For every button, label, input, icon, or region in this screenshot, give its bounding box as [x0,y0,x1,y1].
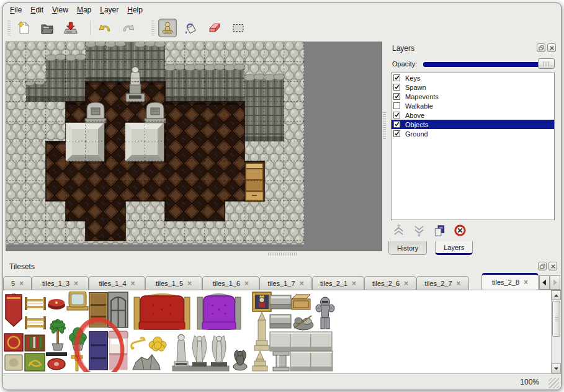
tile-loom[interactable] [25,297,46,310]
select-rect-tool-button[interactable] [229,19,248,37]
close-tab-icon[interactable]: × [352,280,356,287]
scroll-tabs-right-button[interactable] [550,275,560,290]
menu-view[interactable]: View [50,4,75,16]
layer-row-above[interactable]: Above [392,110,554,120]
menu-file[interactable]: File [8,4,29,16]
tile-armor-pile[interactable] [293,316,313,330]
undo-button[interactable] [96,19,114,37]
tile-armor-suit[interactable] [316,297,334,329]
tileset-tab-5[interactable]: 5 × [3,276,32,290]
tileset-scrollbar[interactable] [551,290,561,373]
open-map-button[interactable] [38,19,56,37]
tileset-tab-tiles_2_1[interactable]: tiles_2_1 × [312,276,364,290]
layer-visibility-checkbox[interactable] [393,93,400,100]
menu-edit[interactable]: Edit [29,4,50,16]
tile-palm-plant[interactable] [48,318,66,350]
tile-small-obelisk[interactable] [253,351,267,371]
tileset-tab-tiles_1_4[interactable]: tiles_1_4 × [89,276,145,290]
layer-visibility-checkbox[interactable] [393,74,400,81]
layer-visibility-checkbox[interactable] [393,84,400,91]
close-tab-icon[interactable]: × [300,280,304,287]
tile-red-banner[interactable] [6,293,22,326]
tile-stone-corner-tiles[interactable] [290,351,333,371]
tile-green-flag[interactable] [25,354,45,371]
save-map-button[interactable] [61,19,80,37]
tileset-tab-tiles_2_8[interactable]: tiles_2_8 × [481,273,539,290]
layer-row-keys[interactable]: Keys [392,73,554,82]
tile-red-cushion[interactable] [48,299,65,310]
map-view[interactable] [6,42,382,251]
tile-hooded-statue[interactable] [172,334,190,371]
close-tab-icon[interactable]: × [19,280,24,287]
tile-gold-pile[interactable] [149,337,166,351]
tile-gold-key[interactable] [132,337,145,349]
tile-red-wheel[interactable] [46,352,67,370]
menu-map[interactable]: Map [75,4,98,16]
close-tab-icon[interactable]: × [187,280,192,287]
resize-grip[interactable] [548,378,559,388]
tileset-tab-tiles_1_6[interactable]: tiles_1_6 × [202,276,259,290]
map-canvas[interactable] [6,42,304,244]
layer-visibility-checkbox[interactable] [393,130,400,137]
tileset-tab-tiles_1_3[interactable]: tiles_1_3 × [32,276,89,290]
layer-row-ground[interactable]: Ground [392,129,554,138]
tile-gargoyle-statue[interactable] [233,350,247,370]
tile-emblem-banner[interactable] [4,334,23,351]
duplicate-layer-button[interactable] [432,223,447,238]
layer-visibility-checkbox[interactable] [393,121,400,128]
close-tab-icon[interactable]: × [74,280,78,287]
tile-gray-gate[interactable] [109,292,128,327]
scrollbar-thumb[interactable] [552,301,560,337]
opacity-slider-handle[interactable] [538,58,555,69]
close-tab-icon[interactable]: × [244,280,249,287]
tile-angel-statue[interactable] [190,336,208,371]
layer-row-walkable[interactable]: Walkable [392,101,554,110]
eraser-tool-button[interactable] [205,19,224,37]
tile-angel-statue[interactable] [209,336,229,371]
tile-stone-pillar[interactable] [273,352,289,371]
tile-parchment[interactable] [5,355,22,370]
tile-purple-throne[interactable] [197,293,241,329]
tile-dresser-mirror[interactable] [67,292,88,310]
tile-stone-ledge[interactable] [270,314,291,328]
menu-layer[interactable]: Layer [98,4,125,16]
opacity-slider-groove[interactable] [423,62,553,67]
tileset-image[interactable] [4,292,342,372]
opacity-slider[interactable] [423,58,555,70]
tileset-content[interactable] [3,290,561,373]
move-layer-down-button[interactable] [411,223,426,238]
scrollbar-down-button[interactable] [552,363,561,373]
horizontal-splitter-handle[interactable] [268,252,297,256]
close-tab-icon[interactable]: × [131,280,135,287]
dock-tab-history[interactable]: History [388,241,427,255]
tileset-tab-tiles_1_5[interactable]: tiles_1_5 × [145,276,202,290]
tile-stone-platform-tiles[interactable] [270,332,332,351]
toolbar-drag-handle[interactable] [7,20,11,36]
close-tilesets-panel-button[interactable] [548,262,557,270]
scrollbar-up-button[interactable] [552,290,561,300]
tile-rock-pile[interactable] [133,355,160,370]
fill-tool-button[interactable] [182,19,200,37]
layer-row-spawn[interactable]: Spawn [392,82,554,92]
tileset-tab-tiles_2_6[interactable]: tiles_2_6 × [364,276,416,290]
tile-wooden-crate[interactable] [292,295,310,310]
tile-red-throne[interactable] [134,293,190,329]
layer-visibility-checkbox[interactable] [393,102,400,109]
tile-loom[interactable] [25,316,46,329]
toolbar-drag-handle[interactable] [151,20,154,36]
layer-row-objects[interactable]: Objects [392,120,554,129]
close-layers-panel-button[interactable] [547,43,556,52]
scroll-tabs-left-button[interactable] [539,275,550,290]
layer-row-mapevents[interactable]: Mapevents [392,92,554,101]
redo-button[interactable] [119,19,138,37]
dock-tab-layers[interactable]: Layers [435,241,473,255]
float-layers-panel-button[interactable] [537,43,545,52]
close-tab-icon[interactable]: × [524,278,528,286]
float-tilesets-panel-button[interactable] [538,262,547,270]
layer-visibility-checkbox[interactable] [393,112,400,118]
new-map-button[interactable] [14,19,33,37]
delete-layer-button[interactable] [452,223,467,238]
close-tab-icon[interactable]: × [457,280,461,287]
tileset-tab-tiles_2_7[interactable]: tiles_2_7 × [416,276,469,290]
close-tab-icon[interactable]: × [404,280,408,287]
